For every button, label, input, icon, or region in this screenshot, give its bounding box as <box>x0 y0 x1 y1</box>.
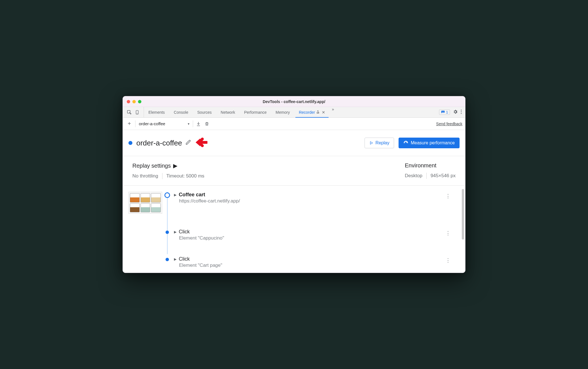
step-menu-icon[interactable]: ⋮ <box>444 229 452 237</box>
inspect-element-icon[interactable] <box>126 109 132 115</box>
replay-button-label: Replay <box>376 140 390 145</box>
more-tabs-icon[interactable]: » <box>330 107 336 117</box>
issues-count: 1 <box>446 110 448 114</box>
expand-step-icon[interactable]: ▶ <box>174 257 177 261</box>
chevron-down-icon: ▾ <box>188 122 189 126</box>
step-row: ▶ Coffee cart https://coffee-cart.netlif… <box>128 192 460 214</box>
tab-sources[interactable]: Sources <box>193 107 216 117</box>
settings-row: Replay settings ▶ No throttling Timeout:… <box>123 156 465 186</box>
tab-memory[interactable]: Memory <box>271 107 295 117</box>
replay-settings-col: Replay settings ▶ No throttling Timeout:… <box>132 162 405 179</box>
step-subtitle: https://coffee-cart.netlify.app/ <box>179 198 444 204</box>
step-subtitle: Element "Cappucino" <box>179 235 444 241</box>
separator <box>162 173 162 179</box>
titlebar: DevTools - coffee-cart.netlify.app/ <box>123 96 465 107</box>
viewport-value: 945×546 px <box>431 173 456 179</box>
step-thumbnail[interactable] <box>128 192 162 214</box>
tab-elements[interactable]: Elements <box>144 107 169 117</box>
zoom-window-button[interactable] <box>138 100 141 103</box>
device-toolbar-icon[interactable] <box>134 109 140 115</box>
step-title: Click <box>179 229 190 235</box>
minimize-window-button[interactable] <box>132 100 136 103</box>
timeline-marker-start <box>164 192 170 198</box>
new-recording-button[interactable]: + <box>126 120 133 127</box>
recording-select[interactable]: order-a-coffee ▾ <box>138 121 191 126</box>
caret-right-icon: ▶ <box>173 162 177 169</box>
tabbar-left-tools <box>123 107 144 117</box>
timeline-line <box>167 192 168 254</box>
recording-title: order-a-coffee <box>136 139 182 147</box>
experiment-flask-icon <box>316 110 320 115</box>
tabs-container: Elements Console Sources Network Perform… <box>144 107 336 117</box>
header-actions: Replay Measure performance <box>365 138 460 148</box>
separator <box>426 173 427 179</box>
timeout-value: Timeout: 5000 ms <box>166 173 204 179</box>
step-body[interactable]: ▶ Click Element "Cappucino" <box>172 229 444 241</box>
issues-badge[interactable]: 1 <box>439 110 450 115</box>
recording-status-dot <box>128 141 132 145</box>
measure-performance-button[interactable]: Measure performance <box>399 138 460 148</box>
tabbar-right: 1 <box>436 107 465 117</box>
export-icon[interactable] <box>195 121 202 127</box>
tab-performance[interactable]: Performance <box>239 107 271 117</box>
annotation-arrow-icon <box>194 137 207 149</box>
separator <box>193 120 193 127</box>
expand-step-icon[interactable]: ▶ <box>174 230 177 234</box>
recorder-toolbar: + order-a-coffee ▾ Send feedback <box>123 118 465 130</box>
step-body[interactable]: ▶ Click Element "Cart page" <box>172 256 444 268</box>
send-feedback-link[interactable]: Send feedback <box>436 122 462 126</box>
timeline-col <box>162 192 172 198</box>
edit-title-icon[interactable] <box>186 140 191 146</box>
step-menu-icon[interactable]: ⋮ <box>444 256 452 265</box>
timeline-marker <box>166 258 169 261</box>
devtools-tabbar: Elements Console Sources Network Perform… <box>123 107 465 118</box>
settings-gear-icon[interactable] <box>453 109 458 115</box>
expand-step-icon[interactable]: ▶ <box>174 193 177 197</box>
svg-point-3 <box>461 110 462 110</box>
replay-settings-toggle[interactable]: Replay settings ▶ <box>132 162 405 169</box>
step-row: ▶ Click Element "Cappucino" ⋮ <box>128 229 460 241</box>
step-menu-icon[interactable]: ⋮ <box>444 192 452 200</box>
play-icon <box>369 141 373 145</box>
issues-icon <box>441 110 445 114</box>
tab-network[interactable]: Network <box>216 107 239 117</box>
step-title: Click <box>179 256 190 262</box>
svg-point-4 <box>461 111 462 112</box>
separator <box>135 120 135 127</box>
close-window-button[interactable] <box>127 100 130 103</box>
scrollbar[interactable] <box>462 189 464 240</box>
more-menu-icon[interactable] <box>461 110 462 115</box>
gauge-icon <box>403 140 408 145</box>
timeline-marker <box>166 231 169 234</box>
step-subtitle: Element "Cart page" <box>179 263 444 268</box>
recording-select-label: order-a-coffee <box>139 121 165 126</box>
devtools-window: DevTools - coffee-cart.netlify.app/ Elem… <box>123 96 465 273</box>
environment-col: Environment Desktop 945×546 px <box>405 162 456 179</box>
timeline-col <box>162 229 172 234</box>
traffic-lights <box>127 100 141 103</box>
step-title: Coffee cart <box>179 192 205 198</box>
window-title: DevTools - coffee-cart.netlify.app/ <box>123 99 465 104</box>
svg-point-5 <box>461 113 462 114</box>
tab-recorder[interactable]: Recorder ✕ <box>294 107 330 117</box>
close-tab-icon[interactable]: ✕ <box>322 110 325 115</box>
measure-button-label: Measure performance <box>411 140 455 145</box>
throttling-value: No throttling <box>132 173 158 179</box>
environment-title: Environment <box>405 162 456 169</box>
delete-icon[interactable] <box>204 121 210 127</box>
step-body[interactable]: ▶ Coffee cart https://coffee-cart.netlif… <box>172 192 444 204</box>
environment-details: Desktop 945×546 px <box>405 173 456 179</box>
tab-console[interactable]: Console <box>169 107 193 117</box>
replay-button[interactable]: Replay <box>365 138 394 148</box>
timeline-col <box>162 256 172 261</box>
steps-area: ▶ Coffee cart https://coffee-cart.netlif… <box>123 186 465 273</box>
device-value: Desktop <box>405 173 422 179</box>
replay-settings-details: No throttling Timeout: 5000 ms <box>132 173 405 179</box>
step-row: ▶ Click Element "Cart page" ⋮ <box>128 256 460 268</box>
recording-header: order-a-coffee Replay Measure performanc… <box>123 130 465 156</box>
